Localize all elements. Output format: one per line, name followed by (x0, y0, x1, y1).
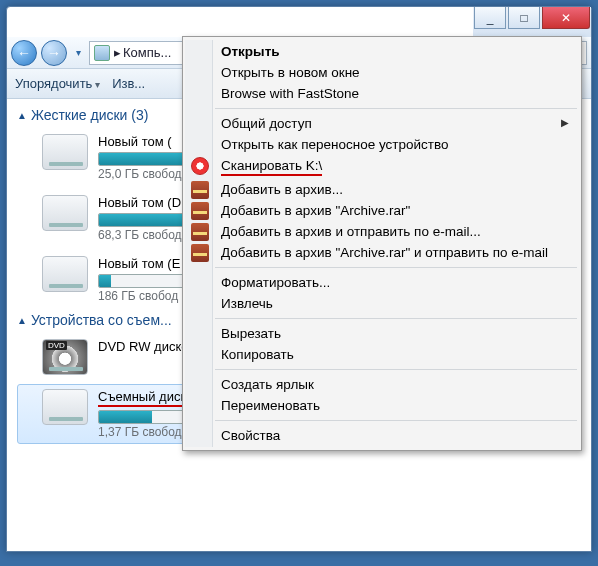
menu-open-portable[interactable]: Открыть как переносное устройство (185, 134, 579, 155)
menu-separator (215, 267, 577, 268)
menu-add-named-email[interactable]: Добавить в архив "Archive.rar" и отправи… (185, 242, 579, 263)
context-menu: Открыть Открыть в новом окне Browse with… (182, 36, 582, 451)
hdd-icon (42, 195, 88, 231)
collapse-icon: ▲ (17, 110, 27, 121)
menu-browse-faststone[interactable]: Browse with FastStone (185, 83, 579, 104)
winrar-icon (191, 202, 209, 220)
collapse-icon: ▲ (17, 315, 27, 326)
usb-drive-icon (42, 389, 88, 425)
menu-separator (215, 318, 577, 319)
menu-add-email[interactable]: Добавить в архив и отправить по e-mail..… (185, 221, 579, 242)
menu-properties[interactable]: Свойства (185, 425, 579, 446)
menu-separator (215, 420, 577, 421)
maximize-button[interactable]: □ (508, 7, 540, 29)
back-button[interactable]: ← (11, 40, 37, 66)
minimize-button[interactable]: _ (474, 7, 506, 29)
menu-rename[interactable]: Переименовать (185, 395, 579, 416)
menu-copy[interactable]: Копировать (185, 344, 579, 365)
submenu-arrow-icon: ▶ (561, 117, 569, 128)
menu-separator (215, 108, 577, 109)
menu-scan[interactable]: Сканировать K:\ (185, 155, 579, 179)
menu-cut[interactable]: Вырезать (185, 323, 579, 344)
menu-share[interactable]: Общий доступ▶ (185, 113, 579, 134)
breadcrumb[interactable]: ▸ Компь... (114, 45, 171, 60)
menu-add-archive-named[interactable]: Добавить в архив "Archive.rar" (185, 200, 579, 221)
nav-history-dropdown[interactable]: ▾ (71, 40, 85, 66)
close-button[interactable]: ✕ (542, 7, 590, 29)
menu-open[interactable]: Открыть (185, 41, 579, 62)
menu-separator (215, 369, 577, 370)
toolbar-extra[interactable]: Изв... (112, 76, 145, 91)
winrar-icon (191, 244, 209, 262)
menu-eject[interactable]: Извлечь (185, 293, 579, 314)
menu-add-archive[interactable]: Добавить в архив... (185, 179, 579, 200)
computer-icon (94, 45, 110, 61)
organize-menu[interactable]: Упорядочить (15, 76, 100, 91)
menu-open-new-window[interactable]: Открыть в новом окне (185, 62, 579, 83)
hdd-icon (42, 134, 88, 170)
dvd-icon (42, 339, 88, 375)
titlebar-controls: _ □ ✕ (473, 7, 591, 37)
winrar-icon (191, 223, 209, 241)
menu-format[interactable]: Форматировать... (185, 272, 579, 293)
forward-button[interactable]: → (41, 40, 67, 66)
hdd-icon (42, 256, 88, 292)
menu-create-shortcut[interactable]: Создать ярлык (185, 374, 579, 395)
winrar-icon (191, 181, 209, 199)
antivirus-icon (191, 157, 209, 175)
